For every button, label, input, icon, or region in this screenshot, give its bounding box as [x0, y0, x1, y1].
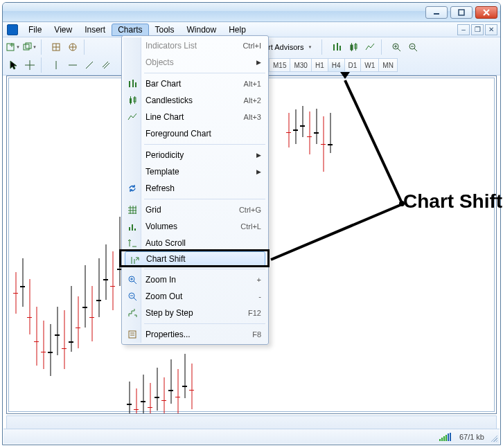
market-watch-button[interactable] [48, 39, 64, 55]
menu-item-volumes[interactable]: VolumesCtrl+L [123, 218, 267, 235]
candle [321, 116, 326, 172]
timeframe-tab-w1[interactable]: W1 [361, 58, 379, 72]
zoom-out-button[interactable] [405, 39, 421, 55]
candlestick-button[interactable] [346, 39, 361, 55]
profiles-button[interactable]: ▼ [22, 39, 37, 55]
close-button[interactable] [475, 6, 497, 19]
menu-file[interactable]: File [22, 24, 48, 36]
menu-item-zoomin[interactable]: Zoom In+ [123, 271, 267, 288]
svg-line-64 [134, 298, 136, 301]
candle [62, 310, 67, 369]
candle [182, 354, 187, 398]
timeframe-tabs: M15M30H1H4D1W1MN [269, 58, 398, 72]
crosshair-button[interactable] [22, 57, 37, 73]
menu-item-shortcut: Ctrl+I [242, 42, 261, 50]
resize-grip[interactable] [489, 433, 497, 442]
timeframe-tab-mn[interactable]: MN [379, 58, 398, 72]
candle [161, 377, 166, 414]
candle [76, 296, 80, 348]
candle [69, 286, 73, 352]
maximize-button[interactable] [450, 6, 473, 19]
timeframe-tab-m15[interactable]: M15 [269, 58, 290, 72]
chartshift-icon [129, 255, 140, 266]
timeframe-tab-m30[interactable]: M30 [290, 58, 311, 72]
mdi-minimize-button[interactable]: – [457, 24, 470, 35]
svg-line-60 [134, 281, 136, 284]
candle [286, 113, 291, 147]
candle [103, 244, 108, 300]
zoom-in-button[interactable] [389, 39, 404, 55]
menu-help[interactable]: Help [222, 24, 252, 36]
timeframe-tab-h4[interactable]: H4 [328, 58, 345, 72]
chart-tabstrip[interactable] [6, 415, 497, 429]
candle [134, 388, 139, 414]
menu-separator [144, 144, 265, 145]
candle [155, 368, 159, 411]
vertical-line-button[interactable] [48, 57, 64, 73]
navigator-button[interactable] [65, 39, 80, 55]
candle [175, 369, 180, 414]
cursor-button[interactable] [6, 57, 21, 73]
candle [82, 265, 87, 328]
menu-item-refresh[interactable]: Refresh [123, 180, 267, 197]
annotation-label: Chart Shift [403, 190, 502, 213]
menu-separator [144, 269, 265, 269]
candlestick-icon [127, 95, 138, 106]
menu-item-candle[interactable]: CandlesticksAlt+2 [123, 92, 267, 109]
candle [148, 383, 152, 414]
menu-item-template[interactable]: Template▶ [123, 163, 267, 180]
menu-tools[interactable]: Tools [149, 24, 181, 36]
trendline-button[interactable] [82, 57, 97, 73]
bar-chart-button[interactable] [329, 39, 344, 55]
submenu-arrow-icon: ▶ [256, 152, 261, 159]
chart-shift-marker-icon [340, 72, 350, 79]
candle [293, 109, 298, 144]
candle [110, 251, 115, 310]
menu-item-label: Auto Scroll [145, 238, 186, 248]
menu-item-periodicity[interactable]: Periodicity▶ [123, 147, 267, 163]
menu-view[interactable]: View [48, 24, 78, 36]
app-icon [7, 24, 18, 35]
svg-line-24 [398, 48, 400, 51]
menu-item-bar[interactable]: Bar ChartAlt+1 [123, 75, 267, 92]
new-chart-button[interactable]: ▼ [6, 39, 21, 55]
candle [41, 321, 46, 369]
menu-item-chartshift[interactable]: Chart Shift [125, 251, 265, 267]
zoom-in-icon [127, 274, 138, 285]
bar-chart-icon [127, 78, 138, 89]
menu-item-properties[interactable]: Properties...F8 [123, 326, 267, 343]
candle [96, 258, 101, 317]
svg-line-35 [86, 62, 93, 69]
candle [328, 113, 333, 153]
candle [141, 375, 145, 414]
mdi-close-button[interactable]: ✕ [485, 24, 497, 35]
candle [300, 106, 305, 137]
minimize-button[interactable] [425, 6, 448, 19]
mdi-restore-button[interactable]: ❐ [471, 24, 484, 35]
svg-line-58 [136, 258, 139, 260]
menu-item-shortcut: Alt+3 [244, 113, 261, 121]
candle [27, 279, 32, 334]
timeframe-tab-d1[interactable]: D1 [345, 58, 362, 72]
horizontal-line-button[interactable] [65, 57, 80, 73]
menu-item-label: Indicators List [145, 41, 197, 51]
zoom-out-icon [127, 291, 138, 302]
menu-item-foreground[interactable]: Foreground Chart [123, 125, 267, 142]
menu-item-line[interactable]: Line ChartAlt+3 [123, 109, 267, 125]
menu-item-autoscroll[interactable]: Auto Scroll [123, 235, 267, 251]
menu-item-zoomout[interactable]: Zoom Out- [123, 288, 267, 305]
menu-charts[interactable]: Charts [112, 24, 148, 36]
menu-insert[interactable]: Insert [78, 24, 112, 36]
svg-line-37 [104, 63, 109, 69]
statusbar: 67/1 kb [3, 429, 500, 444]
menu-item-step[interactable]: Step by StepF12 [123, 305, 267, 321]
equidistant-channel-button[interactable] [98, 57, 114, 73]
timeframe-tab-h1[interactable]: H1 [312, 58, 328, 72]
menu-item-grid[interactable]: GridCtrl+G [123, 201, 267, 218]
candle [48, 324, 53, 376]
menu-item-objects: Objects▶ [123, 54, 267, 71]
menu-item-label: Chart Shift [146, 254, 186, 264]
svg-line-28 [414, 48, 417, 51]
line-chart-button[interactable] [362, 39, 378, 55]
menu-window[interactable]: Window [181, 24, 223, 36]
